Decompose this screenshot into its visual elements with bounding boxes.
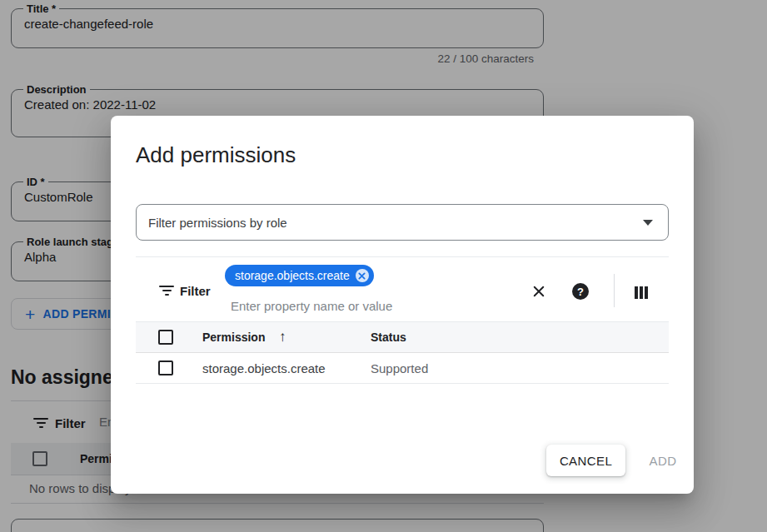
clear-filter-icon[interactable] [530, 282, 548, 301]
dialog-title: Add permissions [136, 142, 296, 168]
permission-column-header[interactable]: Permission [202, 331, 265, 344]
row-permission-cell: storage.objects.create [202, 361, 326, 375]
filter-chip-label: storage.objects.create [235, 269, 350, 282]
filter-by-role-dropdown[interactable]: Filter permissions by role [136, 204, 669, 241]
filter-chip[interactable]: storage.objects.create [225, 265, 374, 286]
select-all-checkbox[interactable] [158, 330, 173, 345]
table-row[interactable]: storage.objects.create Supported [136, 353, 669, 384]
filter-by-role-placeholder: Filter permissions by role [148, 216, 287, 230]
columns-icon[interactable] [632, 283, 650, 301]
dropdown-caret-icon [643, 220, 653, 226]
add-button[interactable]: ADD [638, 445, 688, 476]
add-permissions-dialog: Add permissions Filter permissions by ro… [111, 116, 694, 494]
filter-icon [159, 286, 174, 298]
dialog-filter-input[interactable] [231, 299, 506, 313]
sort-ascending-icon[interactable]: ↑ [279, 329, 286, 346]
help-icon[interactable]: ? [571, 282, 590, 301]
toolbar-vertical-divider [614, 274, 615, 307]
toolbar-divider [136, 256, 669, 257]
row-checkbox[interactable] [158, 360, 173, 375]
chip-remove-icon[interactable] [356, 269, 369, 282]
status-column-header[interactable]: Status [371, 331, 406, 344]
dialog-filter-label: Filter [180, 284, 211, 298]
dialog-table-header: Permission ↑ Status [136, 321, 669, 353]
row-status-cell: Supported [371, 361, 428, 375]
cancel-button[interactable]: CANCEL [546, 445, 625, 476]
create-role-page: Title * create-changefeed-role 22 / 100 … [0, 0, 767, 532]
